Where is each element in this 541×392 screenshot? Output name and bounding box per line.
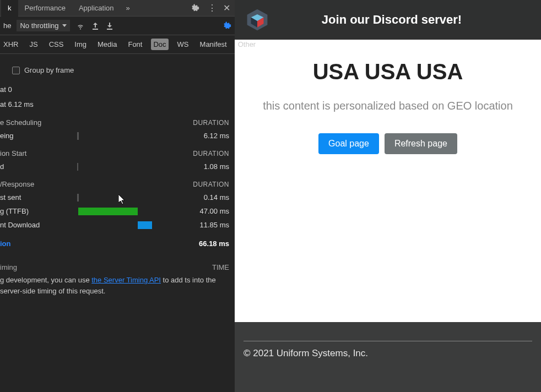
filter-xhr[interactable]: XHR bbox=[1, 39, 20, 50]
devtools-tabstrip: k Performance Application » ⋮ ✕ bbox=[0, 0, 235, 17]
filter-img[interactable]: Img bbox=[72, 39, 89, 50]
logo-icon[interactable] bbox=[245, 7, 270, 32]
site-header: Join our Discord server! bbox=[235, 0, 541, 40]
timing-row-label: eing bbox=[0, 132, 77, 140]
discord-banner[interactable]: Join our Discord server! bbox=[278, 13, 531, 27]
scheduling-label: e Scheduling bbox=[0, 118, 41, 127]
timing-total: ion 66.18 ms bbox=[0, 232, 229, 255]
queued-time: at 0 bbox=[0, 82, 229, 97]
group-by-frame-row[interactable]: Group by frame bbox=[0, 58, 229, 82]
tab-network[interactable]: k bbox=[1, 0, 18, 17]
timing-row-label: d bbox=[0, 162, 77, 171]
timing-row: d1.08 ms bbox=[0, 160, 229, 173]
section-request: /ResponseDURATION bbox=[0, 173, 229, 190]
filter-css[interactable]: CSS bbox=[47, 39, 66, 50]
throttling-select[interactable]: No throttling bbox=[17, 20, 69, 31]
server-timing-label: iming bbox=[0, 263, 17, 271]
filter-doc[interactable]: Doc bbox=[151, 39, 168, 50]
timing-row-value: 6.12 ms bbox=[188, 132, 229, 140]
timing-row-label: st sent bbox=[0, 193, 77, 202]
group-by-frame-label: Group by frame bbox=[24, 66, 74, 74]
duration-header: DURATION bbox=[193, 181, 229, 188]
server-timing-hint: g development, you can use the Server Ti… bbox=[0, 275, 229, 301]
download-har-icon[interactable] bbox=[105, 21, 114, 30]
timing-bar-ttfb bbox=[78, 208, 138, 215]
copyright-text: © 2021 Uniform Systems, Inc. bbox=[244, 348, 368, 358]
timing-row: st sent0.14 ms bbox=[0, 190, 229, 204]
filter-js[interactable]: JS bbox=[27, 39, 40, 50]
tab-performance[interactable]: Performance bbox=[18, 0, 72, 17]
timing-row-value: 11.85 ms bbox=[188, 221, 229, 229]
timing-explanation-link[interactable]: ion bbox=[0, 239, 11, 248]
filter-other[interactable]: Other bbox=[236, 39, 258, 50]
site-footer: © 2021 Uniform Systems, Inc. bbox=[235, 322, 541, 392]
tab-overflow[interactable]: » bbox=[121, 1, 136, 15]
timing-bar-download bbox=[138, 221, 152, 229]
timing-bar bbox=[77, 163, 78, 171]
duration-header: DURATION bbox=[193, 150, 229, 157]
started-time: at 6.12 ms bbox=[0, 97, 229, 112]
filter-media[interactable]: Media bbox=[95, 39, 119, 50]
button-row: Goal page Refresh page bbox=[318, 133, 457, 154]
request-label: /Response bbox=[0, 180, 34, 188]
timing-row: eing6.12 ms bbox=[0, 129, 229, 143]
section-connection: ion StartDURATION bbox=[0, 143, 229, 160]
site-main: USA USA USA this content is personalized… bbox=[235, 40, 541, 322]
network-toolbar: he No throttling bbox=[0, 17, 235, 35]
timing-pane: Group by frame at 0 at 6.12 ms e Schedul… bbox=[0, 54, 235, 392]
hint-text-before: g development, you can use bbox=[0, 276, 91, 284]
website-panel: Join our Discord server! USA USA USA thi… bbox=[235, 0, 541, 392]
filter-ws[interactable]: WS bbox=[175, 39, 191, 50]
timing-total-value: 66.18 ms bbox=[199, 239, 229, 248]
refresh-page-button[interactable]: Refresh page bbox=[385, 133, 457, 154]
timing-row: g (TTFB)47.00 ms bbox=[0, 204, 229, 218]
timing-row-label: nt Download bbox=[0, 221, 77, 229]
kebab-icon[interactable]: ⋮ bbox=[205, 3, 219, 13]
goal-page-button[interactable]: Goal page bbox=[318, 133, 379, 154]
timing-row-label: g (TTFB) bbox=[0, 207, 77, 215]
gear-icon[interactable] bbox=[191, 4, 205, 13]
timing-bar bbox=[77, 194, 79, 202]
connection-label: ion Start bbox=[0, 149, 26, 157]
throttling-label: No throttling bbox=[20, 21, 58, 30]
duration-header: DURATION bbox=[193, 119, 229, 127]
timing-row-value: 0.14 ms bbox=[188, 193, 229, 202]
timing-row-value: 47.00 ms bbox=[188, 207, 229, 215]
close-icon[interactable]: ✕ bbox=[219, 3, 234, 13]
devtools-panel: k Performance Application » ⋮ ✕ he No th… bbox=[0, 0, 235, 392]
upload-har-icon[interactable] bbox=[91, 21, 100, 30]
network-settings-icon[interactable] bbox=[223, 21, 231, 30]
cache-dropdown-fragment[interactable]: he bbox=[3, 21, 11, 30]
timing-bar bbox=[77, 132, 79, 140]
page-subtitle: this content is personalized based on GE… bbox=[263, 100, 513, 112]
section-scheduling: e SchedulingDURATION bbox=[0, 112, 229, 129]
server-timing-time-header: TIME bbox=[212, 263, 229, 271]
timing-row: nt Download11.85 ms bbox=[0, 218, 229, 232]
page-title: USA USA USA bbox=[313, 59, 463, 84]
timing-row-value: 1.08 ms bbox=[188, 162, 229, 171]
filter-manifest[interactable]: Manifest bbox=[198, 39, 229, 50]
chevron-down-icon bbox=[62, 24, 67, 27]
server-timing-api-link[interactable]: the Server Timing API bbox=[91, 276, 161, 284]
server-timing-header: imingTIME bbox=[0, 255, 229, 275]
filter-strip: XHR JS CSS Img Media Font Doc WS Manifes… bbox=[0, 35, 235, 54]
tab-application[interactable]: Application bbox=[72, 0, 121, 17]
network-conditions-icon[interactable] bbox=[75, 21, 85, 31]
group-by-frame-checkbox[interactable] bbox=[12, 67, 20, 74]
filter-font[interactable]: Font bbox=[126, 39, 144, 50]
